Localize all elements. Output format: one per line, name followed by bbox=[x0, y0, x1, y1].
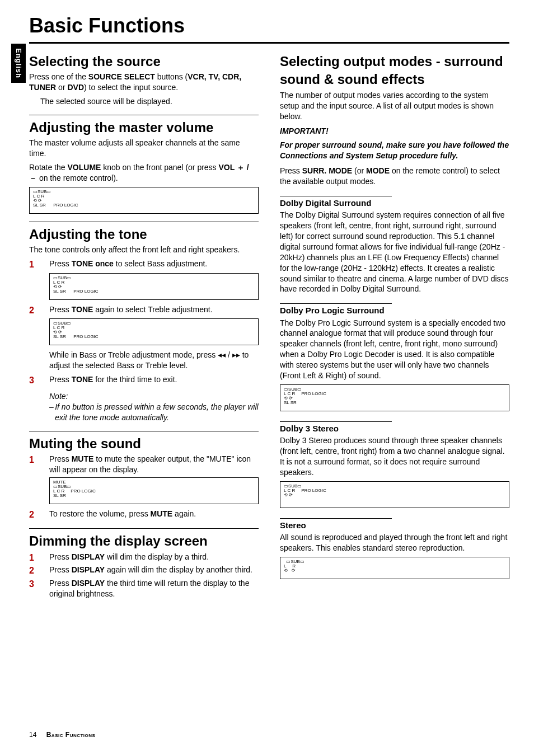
step-2: 2 To restore the volume, press MUTE agai… bbox=[29, 509, 259, 521]
section-dimming: Dimming the display screen 1 Press DISPL… bbox=[29, 532, 259, 599]
section-output-modes: Selecting output modes - surround sound … bbox=[280, 53, 509, 187]
step-number: 2 bbox=[29, 304, 49, 317]
sub-heading: Dolby Digital Surround bbox=[280, 196, 392, 209]
page-number: 14 bbox=[29, 731, 36, 739]
panel-icons: ▭SUB▭L R⟲ ⟳ bbox=[284, 560, 305, 573]
note-label: Note: bbox=[49, 391, 259, 402]
step-number: 2 bbox=[29, 565, 49, 577]
heading: Adjusting the tone bbox=[29, 226, 259, 243]
section-selecting-source: Selecting the source Press one of the SO… bbox=[29, 53, 259, 107]
step-1: 1 Press MUTE to mute the speaker output,… bbox=[29, 454, 259, 475]
section-stereo: Stereo All sound is reproduced and playe… bbox=[280, 513, 509, 579]
right-column: Selecting output modes - surround sound … bbox=[280, 49, 509, 600]
display-panel: ▭SUB▭L C R⟲ ⟳SL SR PRO LOGIC bbox=[29, 187, 259, 214]
heading: Muting the sound bbox=[29, 435, 259, 453]
heading: Selecting output modes - surround sound … bbox=[280, 53, 509, 89]
step-text: To restore the volume, press MUTE again. bbox=[49, 509, 259, 521]
body: All sound is reproduced and played throu… bbox=[280, 532, 509, 553]
rule bbox=[29, 431, 259, 431]
step-number: 1 bbox=[29, 259, 49, 271]
step-1: 1 Press TONE once to select Bass adjustm… bbox=[29, 259, 259, 271]
important-text: For proper surround sound, make sure you… bbox=[280, 140, 509, 161]
step-3: 3 Press TONE for the third time to exit. bbox=[29, 374, 259, 387]
section-dolby3: Dolby 3 Stereo Dolby 3 Stereo produces s… bbox=[280, 416, 509, 508]
p2: Press SURR. MODE (or MODE on the remote … bbox=[280, 166, 509, 187]
footer: 14 Basic Functions bbox=[29, 730, 95, 739]
sub-heading: Dolby 3 Stereo bbox=[280, 421, 392, 434]
page-title: Basic Functions bbox=[29, 12, 509, 44]
left-column: Selecting the source Press one of the SO… bbox=[29, 49, 259, 600]
heading: Selecting the source bbox=[29, 53, 259, 71]
step-2: 2 Press TONE again to select Treble adju… bbox=[29, 304, 259, 317]
language-tab: English bbox=[11, 44, 26, 83]
section-dolby-prologic: Dolby Pro Logic Surround The Dolby Pro L… bbox=[280, 298, 509, 411]
display-panel: ▭SUB▭L C R⟲ ⟳SL SR PRO LOGIC bbox=[49, 273, 259, 300]
display-panel: ▭SUB▭L C R PRO LOGIC⟲ ⟳ bbox=[280, 481, 509, 508]
sub-heading: Dolby Pro Logic Surround bbox=[280, 303, 392, 316]
section-mute: Muting the sound 1 Press MUTE to mute th… bbox=[29, 435, 259, 521]
p1: The tone controls only affect the front … bbox=[29, 245, 259, 255]
step-number: 2 bbox=[29, 509, 49, 521]
rule bbox=[29, 222, 259, 222]
p2: Rotate the VOLUME knob on the front pane… bbox=[29, 162, 259, 184]
panel-icons: ▭SUB▭L C R⟲ ⟳SL SR PRO LOGIC bbox=[53, 321, 99, 339]
content-columns: Selecting the source Press one of the SO… bbox=[29, 49, 509, 600]
section-tone: Adjusting the tone The tone controls onl… bbox=[29, 226, 259, 423]
heading: Adjusting the master volume bbox=[29, 119, 259, 137]
display-panel: ▭SUB▭L C R⟲ ⟳SL SR PRO LOGIC bbox=[49, 318, 259, 345]
body: The Dolby Digital Surround system requir… bbox=[280, 210, 509, 294]
step-text: Press TONE once to select Bass adjustmen… bbox=[49, 259, 259, 271]
note-item: – If no button is pressed within a few s… bbox=[49, 402, 259, 423]
step-number: 1 bbox=[29, 552, 49, 564]
step-1: 1 Press DISPLAY will dim the display by … bbox=[29, 552, 259, 564]
step-text: Press DISPLAY will dim the display by a … bbox=[49, 552, 259, 564]
step-text: Press TONE for the third time to exit. bbox=[49, 374, 259, 387]
p1: The master volume adjusts all speaker ch… bbox=[29, 138, 259, 159]
step-3: 3 Press DISPLAY the third time will retu… bbox=[29, 578, 259, 599]
footer-label: Basic Functions bbox=[46, 731, 96, 739]
display-panel: ▭SUB▭L R⟲ ⟳ bbox=[280, 557, 509, 579]
section-dolby-digital: Dolby Digital Surround The Dolby Digital… bbox=[280, 190, 509, 294]
step-text: Press MUTE to mute the speaker output, t… bbox=[49, 454, 259, 475]
step-text: Press DISPLAY again will dim the display… bbox=[49, 565, 259, 577]
step-2: 2 Press DISPLAY again will dim the displ… bbox=[29, 565, 259, 577]
step-number: 1 bbox=[29, 454, 49, 475]
p1: The number of output modes varies accord… bbox=[280, 90, 509, 122]
section-master-volume: Adjusting the master volume The master v… bbox=[29, 119, 259, 214]
step-text: Press DISPLAY the third time will return… bbox=[49, 578, 259, 599]
panel-icons: ▭SUB▭L C R⟲ ⟳SL SR PRO LOGIC bbox=[53, 276, 99, 294]
display-panel: MUTE▭SUB▭L C R PRO LOGICSL SR bbox=[49, 477, 259, 504]
body: Dolby 3 Stereo produces sound through th… bbox=[280, 435, 509, 478]
heading: Dimming the display screen bbox=[29, 532, 259, 550]
body: Press one of the SOURCE SELECT buttons (… bbox=[29, 72, 259, 93]
rule bbox=[29, 115, 259, 115]
step-number: 3 bbox=[29, 578, 49, 599]
panel-icons: ▭SUB▭L C R PRO LOGIC⟲ ⟳SL SR bbox=[284, 387, 326, 405]
panel-icons: ▭SUB▭L C R⟲ ⟳SL SR PRO LOGIC bbox=[33, 190, 78, 208]
step-number: 3 bbox=[29, 374, 49, 387]
panel-icons: ▭SUB▭L C R PRO LOGIC⟲ ⟳ bbox=[284, 484, 326, 497]
body: The Dolby Pro Logic Surround system is a… bbox=[280, 318, 509, 381]
display-panel: ▭SUB▭L C R PRO LOGIC⟲ ⟳SL SR bbox=[280, 384, 509, 411]
sub-heading: Stereo bbox=[280, 518, 392, 531]
body-sub: The selected source will be displayed. bbox=[29, 96, 259, 107]
panel-icons: MUTE▭SUB▭L C R PRO LOGICSL SR bbox=[53, 480, 96, 498]
important-label: IMPORTANT! bbox=[280, 126, 509, 137]
step-text: Press TONE again to select Treble adjust… bbox=[49, 304, 259, 317]
note: Note: – If no button is pressed within a… bbox=[49, 391, 259, 423]
after-step2: While in Bass or Treble adjustment mode,… bbox=[49, 350, 259, 371]
rule bbox=[29, 528, 259, 529]
